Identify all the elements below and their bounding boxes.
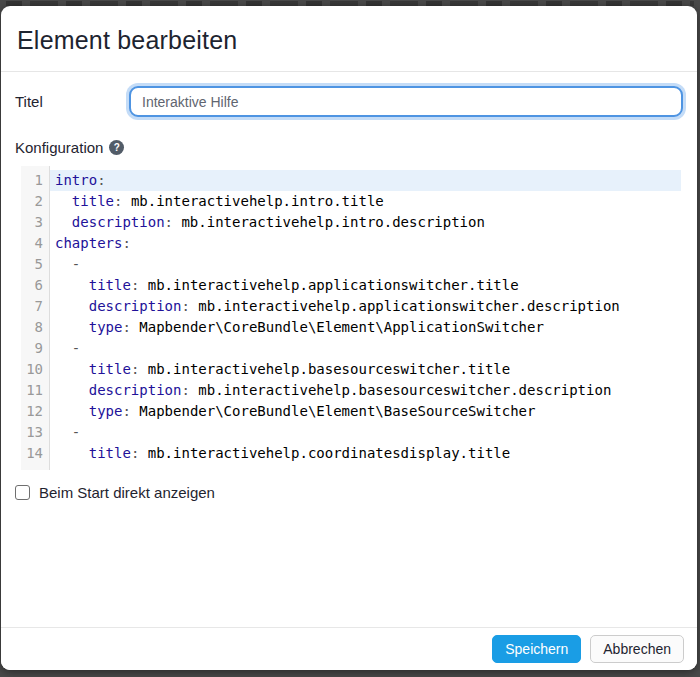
line-content: -	[50, 254, 681, 275]
title-input[interactable]	[129, 86, 683, 117]
line-content: title: mb.interactivehelp.intro.title	[50, 191, 681, 212]
line-number: 7	[21, 296, 50, 317]
title-field-row: Titel	[15, 86, 683, 117]
code-line[interactable]: 4 chapters:	[21, 233, 681, 254]
line-number: 14	[21, 443, 50, 464]
line-number: 9	[21, 338, 50, 359]
code-line[interactable]: 1 intro:	[21, 170, 681, 191]
dialog-body: Titel Konfiguration ? 1 intro: 2 title: …	[1, 72, 697, 501]
line-number: 13	[21, 422, 50, 443]
code-line[interactable]: 9 -	[21, 338, 681, 359]
line-content: chapters:	[50, 233, 681, 254]
line-content: title: mb.interactivehelp.coordinatesdis…	[50, 443, 681, 464]
code-line[interactable]: 3 description: mb.interactivehelp.intro.…	[21, 212, 681, 233]
line-content: title: mb.interactivehelp.basesourceswit…	[50, 359, 681, 380]
line-number: 3	[21, 212, 50, 233]
line-content: description: mb.interactivehelp.applicat…	[50, 296, 681, 317]
line-number: 4	[21, 233, 50, 254]
line-content: type: Mapbender\CoreBundle\Element\Appli…	[50, 317, 681, 338]
dialog-title: Element bearbeiten	[17, 26, 681, 55]
cancel-button[interactable]: Abbrechen	[590, 635, 684, 663]
line-number: 12	[21, 401, 50, 422]
configuration-label: Konfiguration	[15, 139, 103, 156]
edit-element-dialog: Element bearbeiten Titel Konfiguration ?…	[1, 6, 697, 670]
line-number: 8	[21, 317, 50, 338]
startup-checkbox-row: Beim Start direkt anzeigen	[15, 484, 683, 501]
code-line[interactable]: 7 description: mb.interactivehelp.applic…	[21, 296, 681, 317]
line-content: intro:	[50, 170, 681, 191]
dialog-footer: Speichern Abbrechen	[1, 627, 697, 670]
code-line[interactable]: 13 -	[21, 422, 681, 443]
line-content: description: mb.interactivehelp.intro.de…	[50, 212, 681, 233]
code-line[interactable]: 12 type: Mapbender\CoreBundle\Element\Ba…	[21, 401, 681, 422]
code-line[interactable]: 14 title: mb.interactivehelp.coordinates…	[21, 443, 681, 464]
line-content: title: mb.interactivehelp.applicationswi…	[50, 275, 681, 296]
title-field-label: Titel	[15, 93, 129, 110]
line-content: -	[50, 422, 681, 443]
code-line[interactable]: 2 title: mb.interactivehelp.intro.title	[21, 191, 681, 212]
line-number: 1	[21, 170, 50, 191]
show-on-start-checkbox[interactable]	[15, 485, 30, 500]
dialog-header: Element bearbeiten	[1, 6, 697, 72]
line-content: -	[50, 338, 681, 359]
line-number: 10	[21, 359, 50, 380]
code-line[interactable]: 11 description: mb.interactivehelp.bases…	[21, 380, 681, 401]
code-line[interactable]: 10 title: mb.interactivehelp.basesources…	[21, 359, 681, 380]
save-button[interactable]: Speichern	[492, 635, 581, 663]
configuration-label-row: Konfiguration ?	[15, 139, 683, 156]
line-number: 5	[21, 254, 50, 275]
line-content: type: Mapbender\CoreBundle\Element\BaseS…	[50, 401, 681, 422]
show-on-start-label[interactable]: Beim Start direkt anzeigen	[39, 484, 215, 501]
code-line[interactable]: 6 title: mb.interactivehelp.applications…	[21, 275, 681, 296]
yaml-code-editor[interactable]: 1 intro: 2 title: mb.interactivehelp.int…	[21, 166, 681, 470]
editor-lines: 1 intro: 2 title: mb.interactivehelp.int…	[21, 170, 681, 464]
line-number: 11	[21, 380, 50, 401]
line-number: 2	[21, 191, 50, 212]
line-content: description: mb.interactivehelp.basesour…	[50, 380, 681, 401]
code-line[interactable]: 5 -	[21, 254, 681, 275]
code-line[interactable]: 8 type: Mapbender\CoreBundle\Element\App…	[21, 317, 681, 338]
line-number: 6	[21, 275, 50, 296]
help-icon[interactable]: ?	[109, 140, 124, 155]
